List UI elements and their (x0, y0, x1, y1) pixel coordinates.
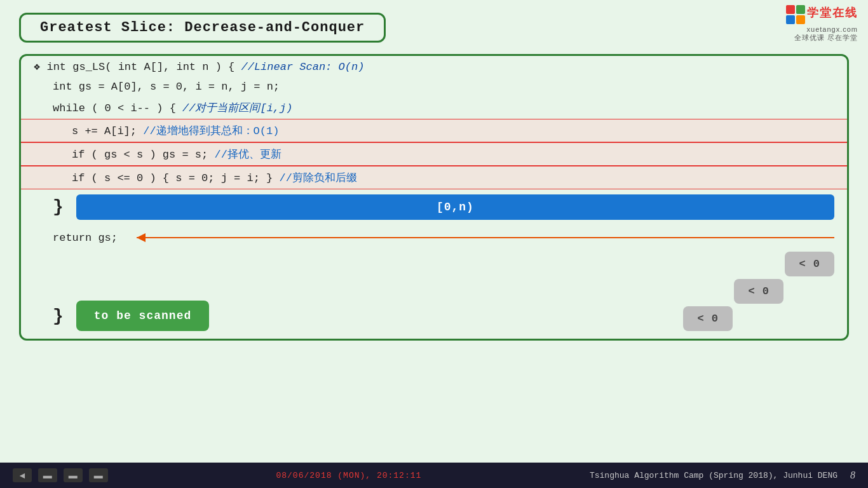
bottom-right: Tsinghua Algorithm Camp (Spring 2018), J… (590, 470, 855, 481)
title-box: Greatest Slice: Decrease-and-Conquer (19, 13, 386, 43)
logo-slogan: 全球优课 尽在学堂 (794, 33, 858, 43)
code-text-1: int gs_LS( int A[], int n ) { (46, 61, 241, 73)
gray-box-row-3: < 0 (677, 306, 733, 331)
closing-brace: } (53, 306, 64, 326)
code-text-6: if ( s <= 0 ) { s = 0; j = i; } (72, 172, 279, 184)
bottom-bar: ◄ ▬ ▬ ▬ 08/06/2018 (MON), 20:12:11 Tsing… (0, 463, 868, 488)
main-content: Greatest Slice: Decrease-and-Conquer ❖ i… (0, 0, 868, 463)
page-number: 8 (850, 470, 855, 481)
bullet-icon: ❖ (34, 61, 46, 73)
gray-box-row-2: < 0 (728, 279, 783, 304)
datetime-display: 08/06/2018 (MON), 20:12:11 (276, 471, 421, 480)
code-line-3: while ( 0 < i-- ) { //对于当前区间[i,j) (21, 97, 847, 119)
scan-row: } to be scanned < 0 < 0 < 0 (21, 250, 847, 339)
slide-title: Greatest Slice: Decrease-and-Conquer (40, 20, 365, 36)
arrow-line (137, 234, 834, 241)
nav-btn-1[interactable]: ▬ (38, 468, 57, 482)
nav-btn-prev[interactable]: ◄ (13, 468, 32, 482)
return-code: return gs; (53, 232, 118, 244)
bracket-close: } (53, 198, 64, 216)
logo-icon: 学堂在线 (786, 5, 858, 24)
gray-box-3: < 0 (785, 252, 834, 276)
footer-credit: Tsinghua Algorithm Camp (Spring 2018), J… (590, 471, 837, 480)
code-line-6: if ( s <= 0 ) { s = 0; j = i; } //剪除负和后缀 (21, 166, 847, 189)
comment-6: //剪除负和后缀 (279, 172, 356, 184)
comment-5: //择优、更新 (214, 149, 281, 161)
diagram-row: } [0,n) (21, 189, 847, 225)
code-line-4: s += A[i]; //递增地得到其总和：O(1) (21, 119, 847, 142)
arrow-inner (137, 237, 834, 239)
scan-left: } to be scanned (53, 301, 222, 331)
bottom-nav[interactable]: ◄ ▬ ▬ ▬ (13, 468, 108, 482)
gray-boxes-staircase: < 0 < 0 < 0 (677, 252, 834, 331)
code-text-4: s += A[i]; (72, 125, 143, 137)
logo-area: 学堂在线 xuetangx.com 全球优课 尽在学堂 (786, 5, 858, 43)
code-text-2: int gs = A[0], s = 0, i = n, j = n; (53, 81, 280, 93)
comment-3: //对于当前区间[i,j) (182, 102, 292, 114)
code-line-1: ❖ int gs_LS( int A[], int n ) { //Linear… (21, 56, 847, 77)
gray-box-row-1: < 0 (778, 252, 834, 276)
arrow-head-icon (137, 233, 146, 242)
comment-1: //Linear Scan: O(n) (241, 61, 365, 73)
code-text-3: while ( 0 < i-- ) { (53, 102, 182, 114)
code-block: ❖ int gs_LS( int A[], int n ) { //Linear… (19, 54, 849, 341)
gray-box-2: < 0 (734, 279, 783, 304)
gray-box-1: < 0 (683, 306, 733, 331)
blue-bar: [0,n) (76, 194, 834, 220)
nav-btn-2[interactable]: ▬ (64, 468, 83, 482)
code-line-5: if ( gs < s ) gs = s; //择优、更新 (21, 142, 847, 166)
comment-4: //递增地得到其总和：O(1) (143, 125, 279, 137)
logo-text: 学堂在线 (807, 5, 858, 24)
code-text-5: if ( gs < s ) gs = s; (72, 149, 214, 161)
logo-domain: xuetangx.com (807, 25, 858, 33)
nav-btn-3[interactable]: ▬ (89, 468, 108, 482)
return-row: return gs; (21, 225, 847, 250)
scan-green-box: to be scanned (76, 301, 209, 331)
code-line-2: int gs = A[0], s = 0, i = n, j = n; (21, 77, 847, 97)
